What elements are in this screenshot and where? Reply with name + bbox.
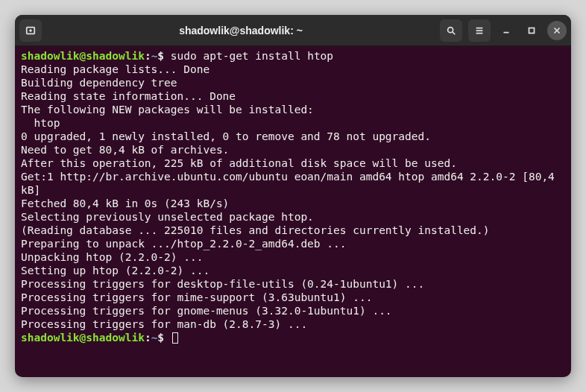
prompt-colon: : xyxy=(145,332,151,344)
maximize-button[interactable] xyxy=(522,21,541,40)
prompt-at: @ xyxy=(80,332,86,344)
prompt-dollar: $ xyxy=(157,50,164,62)
search-button[interactable] xyxy=(440,19,462,42)
output-line: 0 upgraded, 1 newly installed, 0 to remo… xyxy=(21,130,565,143)
minimize-icon xyxy=(501,25,511,36)
menu-button[interactable] xyxy=(468,19,491,42)
prompt-host: shadowlik xyxy=(86,332,145,344)
window-title: shadowlik@shadowlik: ~ xyxy=(46,25,435,37)
output-line: Preparing to unpack .../htop_2.2.0-2_amd… xyxy=(21,237,565,250)
output-line: Fetched 80,4 kB in 0s (243 kB/s) xyxy=(21,197,565,210)
prompt-dollar: $ xyxy=(157,332,164,344)
close-button[interactable] xyxy=(547,21,567,40)
output-line: Unpacking htop (2.2.0-2) ... xyxy=(21,250,565,264)
output-line: Reading state information... Done xyxy=(21,89,565,103)
command-text: sudo apt-get install htop xyxy=(171,50,333,62)
output-line: Setting up htop (2.2.0-2) ... xyxy=(21,264,565,277)
hamburger-icon xyxy=(474,25,485,36)
output-line: Building dependency tree xyxy=(21,76,565,89)
svg-line-4 xyxy=(453,31,456,34)
svg-rect-9 xyxy=(529,28,535,33)
new-tab-button[interactable] xyxy=(19,19,42,42)
terminal-body[interactable]: shadowlik@shadowlik:~$ sudo apt-get inst… xyxy=(15,46,571,377)
maximize-icon xyxy=(526,25,537,36)
minimize-button[interactable] xyxy=(497,21,516,40)
prompt-user: shadowlik xyxy=(21,332,80,344)
new-tab-icon xyxy=(25,25,36,36)
output-line: (Reading database ... 225010 files and d… xyxy=(21,224,565,237)
cursor xyxy=(172,332,178,344)
output-line: Get:1 http://br.archive.ubuntu.com/ubunt… xyxy=(21,170,565,197)
close-icon xyxy=(552,25,562,36)
output-line: Processing triggers for gnome-menus (3.3… xyxy=(21,304,565,317)
prompt-line-1: shadowlik@shadowlik:~$ sudo apt-get inst… xyxy=(21,49,565,63)
prompt-user: shadowlik xyxy=(21,50,80,62)
output-line: Selecting previously unselected package … xyxy=(21,210,565,224)
output-line: Processing triggers for mime-support (3.… xyxy=(21,291,565,304)
output-line: After this operation, 225 kB of addition… xyxy=(21,157,565,170)
output-line: Reading package lists... Done xyxy=(21,63,565,76)
prompt-colon: : xyxy=(145,50,151,62)
output-line: Processing triggers for man-db (2.8.7-3)… xyxy=(21,317,565,331)
prompt-line-2: shadowlik@shadowlik:~$ xyxy=(21,331,565,344)
terminal-window: shadowlik@shadowlik: ~ shadowlik@shadowl… xyxy=(15,15,571,377)
prompt-host: shadowlik xyxy=(86,50,145,62)
output-line: The following NEW packages will be insta… xyxy=(21,103,565,116)
svg-point-3 xyxy=(448,27,453,32)
output-line: Need to get 80,4 kB of archives. xyxy=(21,143,565,157)
prompt-at: @ xyxy=(80,50,86,62)
output-line: Processing triggers for desktop-file-uti… xyxy=(21,277,565,291)
titlebar: shadowlik@shadowlik: ~ xyxy=(15,15,571,46)
search-icon xyxy=(446,25,456,36)
output-line: htop xyxy=(21,116,565,130)
